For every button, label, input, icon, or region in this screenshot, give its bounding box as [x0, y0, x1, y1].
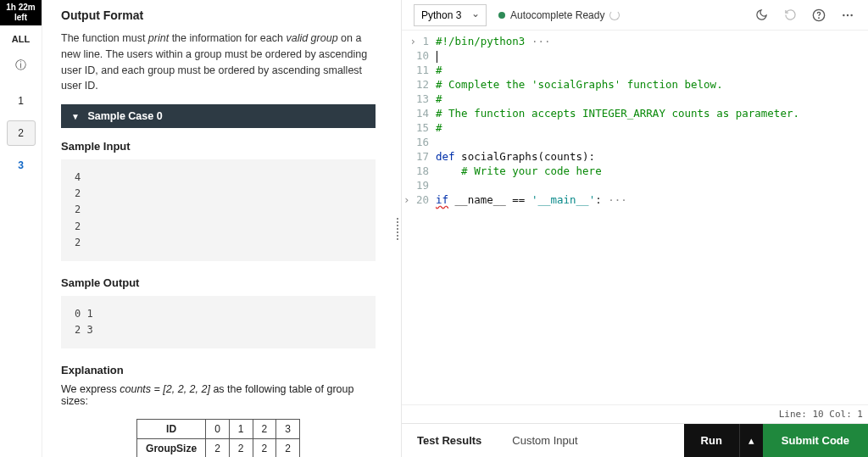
more-icon[interactable]: [839, 7, 856, 24]
output-format-description: The function must print the information …: [61, 31, 376, 94]
spinner-icon: [609, 10, 620, 20]
svg-point-4: [850, 14, 852, 15]
bottom-bar: Test Results Custom Input Run ▴ Submit C…: [402, 423, 868, 457]
problem-panel: Output Format The function must print th…: [42, 0, 394, 457]
svg-point-2: [843, 14, 844, 15]
section-title: Output Format: [61, 8, 376, 22]
panel-resize-handle[interactable]: [394, 0, 401, 457]
help-icon[interactable]: [810, 7, 827, 24]
run-button[interactable]: Run: [684, 424, 739, 457]
editor-status-bar: Line: 10 Col: 1: [402, 404, 868, 423]
sample-output: 0 1 2 3: [61, 296, 376, 348]
table-row: ID 0 1 2 3: [137, 420, 300, 439]
question-2[interactable]: 2: [7, 120, 36, 146]
group-size-table: ID 0 1 2 3 GroupSize 2 2 2 2: [136, 419, 300, 457]
moon-icon[interactable]: [753, 7, 770, 24]
svg-point-3: [847, 14, 849, 15]
question-nav: 1h 22m left ALL ⓘ 1 2 3: [0, 0, 42, 457]
svg-point-1: [819, 18, 820, 19]
status-dot-icon: [498, 12, 505, 19]
question-1[interactable]: 1: [7, 88, 36, 114]
sample-output-label: Sample Output: [61, 276, 376, 289]
info-icon[interactable]: ⓘ: [15, 53, 26, 85]
chevron-down-icon: ▼: [71, 112, 80, 121]
sample-case-header[interactable]: ▼ Sample Case 0: [61, 104, 376, 128]
sample-case-label: Sample Case 0: [87, 110, 162, 122]
editor-panel: Python 3 Autocomplete Ready: [401, 0, 868, 457]
sample-input: 4 2 2 2 2: [61, 159, 376, 261]
editor-toolbar: Python 3 Autocomplete Ready: [402, 0, 868, 31]
question-3[interactable]: 3: [7, 153, 36, 178]
submit-button[interactable]: Submit Code: [763, 424, 868, 457]
sample-input-label: Sample Input: [61, 140, 376, 153]
timer: 1h 22m left: [0, 0, 42, 25]
language-select[interactable]: Python 3: [414, 4, 487, 26]
explanation-label: Explanation: [61, 364, 376, 376]
code-editor[interactable]: › 110111213141516171819› 20 #!/bin/pytho…: [402, 31, 868, 404]
run-menu-caret[interactable]: ▴: [739, 424, 763, 457]
explanation-line-1: We express counts = [2, 2, 2, 2] as the …: [61, 383, 376, 407]
nav-all[interactable]: ALL: [12, 25, 30, 53]
autocomplete-status: Autocomplete Ready: [498, 9, 620, 21]
cursor-position: Line: 10 Col: 1: [779, 409, 863, 420]
reset-icon[interactable]: [782, 7, 798, 24]
tab-test-results[interactable]: Test Results: [402, 424, 497, 457]
table-row: GroupSize 2 2 2 2: [137, 439, 300, 457]
tab-custom-input[interactable]: Custom Input: [497, 424, 593, 457]
